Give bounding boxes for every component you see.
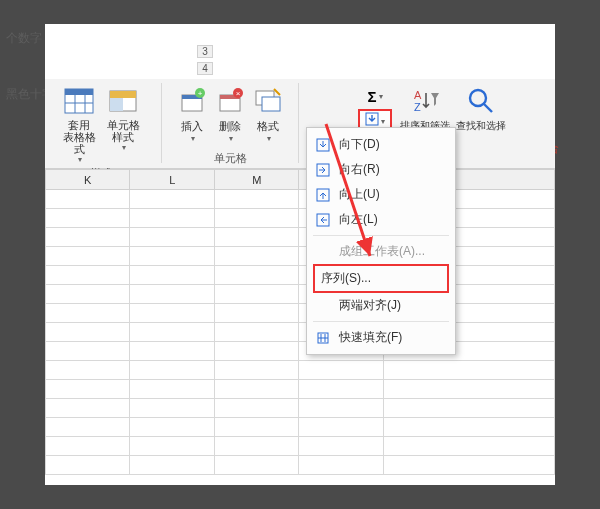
find-select-button[interactable]: 查找和选择 — [456, 83, 506, 135]
menu-fill-up[interactable]: 向上(U) — [307, 182, 455, 207]
menu-label: 成组工作表(A)... — [339, 243, 425, 260]
svg-point-21 — [470, 90, 486, 106]
chevron-down-icon: ▾ — [191, 134, 195, 143]
col-header[interactable]: M — [214, 170, 298, 190]
delete-button[interactable]: × 删除 ▾ — [211, 83, 249, 145]
format-icon — [252, 85, 284, 117]
col-header[interactable]: L — [130, 170, 214, 190]
insert-icon: + — [176, 85, 208, 117]
row-num-3: 3 — [197, 45, 213, 58]
chevron-down-icon: ▾ — [78, 155, 82, 164]
highlight-series: 序列(S)... — [313, 264, 449, 293]
svg-text:A: A — [414, 89, 422, 101]
menu-series[interactable]: 序列(S)... — [321, 268, 441, 289]
delete-icon: × — [214, 85, 246, 117]
menu-fill-right[interactable]: 向右(R) — [307, 157, 455, 182]
svg-rect-17 — [262, 97, 280, 111]
arrow-left-icon — [315, 212, 331, 228]
svg-line-22 — [484, 104, 492, 112]
separator — [298, 83, 299, 163]
menu-fill-down[interactable]: 向下(D) — [307, 132, 455, 157]
cell-styles-button[interactable]: 单元格样式 ▾ — [101, 83, 145, 154]
format-button[interactable]: 格式 ▾ — [249, 83, 287, 145]
menu-label: 两端对齐(J) — [339, 297, 401, 314]
find-select-label: 查找和选择 — [456, 119, 506, 133]
chevron-down-icon: ▾ — [229, 134, 233, 143]
menu-fill-left[interactable]: 向左(L) — [307, 207, 455, 232]
menu-across-worksheets: 成组工作表(A)... — [307, 239, 455, 264]
insert-button[interactable]: + 插入 ▾ — [173, 83, 211, 145]
arrow-down-icon — [315, 137, 331, 153]
insert-label: 插入 — [181, 119, 203, 134]
menu-justify[interactable]: 两端对齐(J) — [307, 293, 455, 318]
sigma-icon: Σ — [367, 88, 376, 105]
chevron-down-icon: ▾ — [267, 134, 271, 143]
menu-separator — [313, 321, 449, 322]
worksheet[interactable]: K L M N — [45, 169, 555, 485]
format-as-table-button[interactable]: 套用 表格格式 ▾ — [57, 83, 101, 166]
format-as-table-label: 套用 表格格式 — [59, 119, 99, 155]
chevron-down-icon: ▾ — [122, 143, 126, 152]
ribbon: 套用 表格格式 ▾ 单元格样式 ▾ 样式 + 插入 ▾ — [45, 79, 555, 169]
sort-filter-icon: AZ — [409, 85, 441, 117]
autosum-button[interactable]: Σ ▾ — [358, 85, 392, 107]
separator — [161, 83, 162, 163]
menu-label: 向上(U) — [339, 186, 380, 203]
arrow-up-icon — [315, 187, 331, 203]
format-label: 格式 — [257, 119, 279, 134]
table-icon — [63, 85, 95, 117]
svg-rect-6 — [110, 91, 136, 98]
blank-icon — [315, 298, 331, 314]
menu-label: 快速填充(F) — [339, 329, 402, 346]
magnifier-icon — [465, 85, 497, 117]
menu-label: 向右(R) — [339, 161, 380, 178]
chevron-down-icon: ▾ — [381, 117, 385, 126]
fill-menu: 向下(D) 向右(R) 向上(U) 向左(L) 成组工作表(A)... 序列(S… — [306, 127, 456, 355]
cell-styles-label: 单元格样式 — [103, 119, 143, 143]
delete-label: 删除 — [219, 119, 241, 134]
svg-rect-1 — [65, 89, 93, 95]
row-num-4: 4 — [197, 62, 213, 75]
cell-styles-icon — [107, 85, 139, 117]
arrow-right-icon — [315, 162, 331, 178]
menu-label: 向左(L) — [339, 211, 378, 228]
flash-fill-icon — [315, 330, 331, 346]
svg-rect-7 — [110, 98, 123, 111]
svg-text:+: + — [198, 89, 203, 98]
svg-text:Z: Z — [414, 101, 421, 113]
col-header[interactable]: K — [46, 170, 130, 190]
grid-table: K L M N — [45, 169, 555, 475]
blank-icon — [315, 244, 331, 260]
chevron-down-icon: ▾ — [379, 92, 383, 101]
menu-flash-fill[interactable]: 快速填充(F) — [307, 325, 455, 350]
menu-label: 序列(S)... — [321, 270, 371, 287]
svg-text:×: × — [236, 89, 241, 98]
menu-label: 向下(D) — [339, 136, 380, 153]
menu-separator — [313, 235, 449, 236]
cells-group-label: 单元格 — [214, 151, 247, 166]
